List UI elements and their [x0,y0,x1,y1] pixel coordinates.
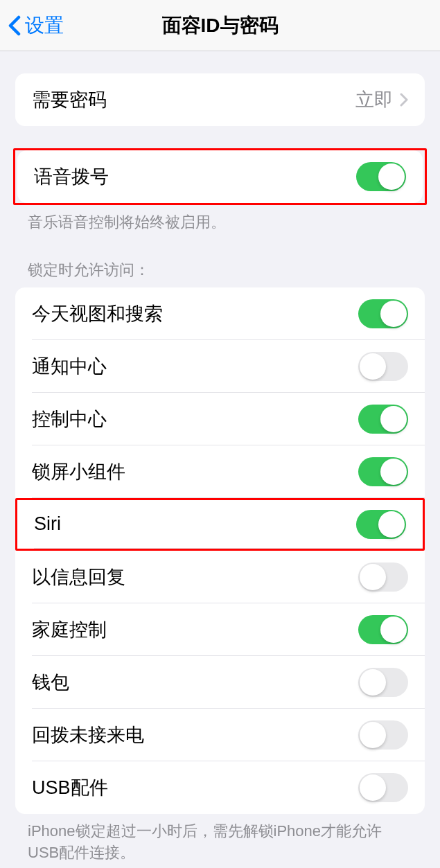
today-search-row: 今天视图和搜索 [15,287,425,340]
wallet-label: 钱包 [32,670,69,695]
wallet-toggle[interactable] [358,668,408,697]
return-calls-label: 回拨未接来电 [32,723,144,747]
voice-dial-row: 语音拨号 [17,150,423,203]
voice-dial-label: 语音拨号 [34,164,109,189]
lock-widgets-label: 锁屏小组件 [32,459,125,484]
reply-message-row: 以信息回复 [15,551,425,603]
siri-toggle[interactable] [356,510,406,539]
back-label: 设置 [25,12,64,39]
back-button[interactable]: 设置 [0,12,64,39]
require-passcode-row[interactable]: 需要密码 立即 [15,73,425,126]
lock-widgets-row: 锁屏小组件 [15,445,425,498]
navigation-bar: 设置 面容ID与密码 [0,0,440,51]
home-control-label: 家庭控制 [32,617,107,642]
reply-message-toggle[interactable] [358,563,408,592]
control-center-row: 控制中心 [15,393,425,445]
control-center-label: 控制中心 [32,407,107,432]
require-passcode-label: 需要密码 [32,87,107,112]
lock-widgets-toggle[interactable] [358,457,408,486]
lock-access-group: 今天视图和搜索通知中心控制中心锁屏小组件Siri以信息回复家庭控制钱包回拨未接来… [15,287,425,814]
voice-dial-highlight: 语音拨号 [13,148,427,205]
siri-row: Siri [15,498,425,551]
siri-label: Siri [34,513,61,535]
voice-dial-footer: 音乐语音控制将始终被启用。 [0,205,440,233]
usb-row: USB配件 [15,761,425,814]
page-title: 面容ID与密码 [162,12,279,39]
require-passcode-value: 立即 [355,87,393,112]
notification-center-label: 通知中心 [32,354,107,379]
today-search-label: 今天视图和搜索 [32,301,163,326]
lock-access-footer: iPhone锁定超过一小时后，需先解锁iPhone才能允许USB配件连接。 [0,814,440,864]
voice-dial-group: 语音拨号 [17,150,423,203]
lock-access-header: 锁定时允许访问： [0,260,440,287]
notification-center-row: 通知中心 [15,340,425,393]
usb-label: USB配件 [32,775,108,800]
passcode-group: 需要密码 立即 [15,73,425,126]
voice-dial-toggle[interactable] [356,162,406,191]
wallet-row: 钱包 [15,656,425,709]
control-center-toggle[interactable] [358,405,408,434]
usb-toggle[interactable] [358,773,408,802]
return-calls-row: 回拨未接来电 [15,709,425,761]
today-search-toggle[interactable] [358,299,408,328]
notification-center-toggle[interactable] [358,352,408,381]
chevron-right-icon [400,93,408,107]
chevron-left-icon [8,15,21,36]
reply-message-label: 以信息回复 [32,565,125,590]
home-control-row: 家庭控制 [15,603,425,656]
return-calls-toggle[interactable] [358,720,408,750]
home-control-toggle[interactable] [358,615,408,644]
